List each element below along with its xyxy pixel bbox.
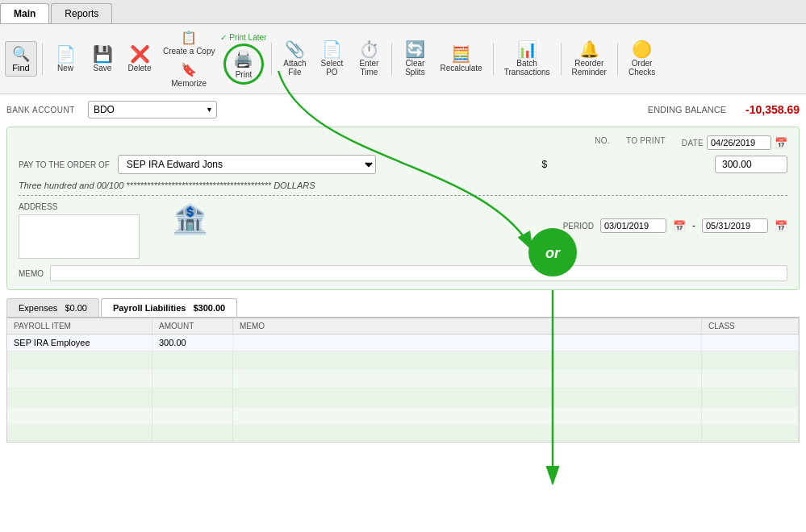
table-empty-row[interactable] (7, 389, 799, 407)
address-box[interactable] (19, 214, 140, 259)
payroll-amount: $300.00 (193, 303, 225, 313)
clear-splits-label: ClearSplits (405, 59, 424, 77)
expenses-amount: $0.00 (65, 303, 87, 313)
bank-building-icon-wrap: 🏦 (156, 202, 224, 236)
recalculate-icon: 🧮 (451, 46, 471, 62)
check-area: NO. TO PRINT DATE 📅 PAY TO THE ORDER OF … (6, 127, 800, 290)
find-label: Find (12, 63, 29, 73)
enter-time-label: EnterTime (359, 59, 378, 77)
save-icon: 💾 (93, 46, 113, 62)
sep4 (493, 43, 494, 75)
batch-transactions-label: BatchTransactions (504, 59, 550, 77)
check-date-input[interactable] (707, 135, 771, 150)
memorize-label: Memorize (171, 79, 207, 88)
bank-building-icon: 🏦 (172, 202, 208, 236)
address-label: ADDRESS (19, 202, 148, 211)
reorder-reminder-button[interactable]: 🔔 ReorderReminder (566, 37, 612, 81)
delete-button[interactable]: ❌ Delete (122, 42, 157, 77)
check-date-calendar-icon[interactable]: 📅 (775, 137, 787, 149)
check-no-label: NO. (595, 136, 610, 145)
memo-row: MEMO (19, 265, 787, 281)
ending-balance-label: ENDING BALANCE (648, 105, 726, 114)
period-end-input[interactable] (702, 218, 768, 233)
cell-memo (233, 335, 702, 351)
address-period-row: ADDRESS 🏦 PERIOD 📅 - 📅 (19, 202, 787, 259)
reorder-reminder-icon: 🔔 (579, 41, 599, 57)
batch-transactions-button[interactable]: 📊 BatchTransactions (499, 37, 556, 81)
check-to-print-label: TO PRINT (626, 136, 666, 145)
select-po-button[interactable]: 📄 SelectPO (314, 37, 349, 81)
tab-bar: Main Reports (0, 0, 806, 24)
enter-time-icon: ⏱️ (359, 41, 379, 57)
dollar-sign: $ (542, 159, 548, 170)
expenses-label: Expenses (19, 303, 57, 313)
new-label: New (57, 64, 73, 73)
memorize-button[interactable]: 🔖 Memorize (159, 60, 219, 90)
period-end-calendar-icon[interactable]: 📅 (775, 220, 787, 232)
table-row[interactable]: SEP IRA Employee 300.00 (7, 335, 799, 351)
pay-to-row: PAY TO THE ORDER OF SEP IRA Edward Jons … (19, 155, 787, 174)
order-checks-label: OrderChecks (629, 59, 655, 77)
order-checks-icon: 🟡 (632, 41, 652, 57)
cell-payroll-item: SEP IRA Employee (7, 335, 152, 351)
pay-to-select[interactable]: SEP IRA Edward Jons (118, 155, 376, 174)
print-button[interactable]: 🖨️ Print (223, 44, 264, 85)
tab-reports[interactable]: Reports (51, 3, 112, 23)
print-later-label: ✓ Print Later (220, 33, 266, 42)
check-no-group: NO. (595, 135, 610, 150)
attach-icon: 📎 (285, 41, 305, 57)
period-start-calendar-icon[interactable]: 📅 (673, 220, 686, 232)
sub-tab-payroll[interactable]: Payroll Liabilities $300.00 (101, 298, 237, 317)
recalculate-button[interactable]: 🧮 Recalculate (434, 42, 487, 77)
memo-input[interactable] (50, 265, 787, 281)
order-checks-button[interactable]: 🟡 OrderChecks (623, 37, 661, 81)
tab-main[interactable]: Main (0, 3, 49, 23)
period-dash: - (692, 220, 695, 231)
sep3 (391, 43, 392, 75)
table-empty-row[interactable] (7, 407, 799, 426)
bank-account-label: BANK ACCOUNT (6, 106, 75, 114)
save-button[interactable]: 💾 Save (85, 42, 120, 77)
table-empty-row[interactable] (7, 370, 799, 389)
select-po-icon: 📄 (322, 41, 342, 57)
save-label: Save (94, 64, 112, 73)
toolbar: 🔍 Find 📄 New 💾 Save ❌ Delete 📋 Create a … (0, 24, 806, 94)
sub-tabs: Expenses $0.00 Payroll Liabilities $300.… (6, 298, 800, 318)
print-icon: 🖨️ (233, 49, 253, 69)
memorize-icon: 🔖 (181, 62, 197, 77)
new-icon: 📄 (56, 46, 76, 62)
sep2 (271, 43, 272, 75)
sub-tab-expenses[interactable]: Expenses $0.00 (6, 298, 99, 317)
table-empty-row[interactable] (7, 426, 799, 443)
check-to-print-group: TO PRINT (626, 135, 666, 150)
find-button[interactable]: 🔍 Find (5, 41, 37, 77)
check-date-group: DATE 📅 (682, 135, 787, 150)
bank-account-row: BANK ACCOUNT BDO ENDING BALANCE -10,358.… (6, 101, 800, 118)
sep6 (617, 43, 618, 75)
period-label: PERIOD (563, 222, 594, 231)
delete-icon: ❌ (130, 46, 150, 62)
period-section: PERIOD 📅 - 📅 (563, 218, 787, 233)
attach-file-button[interactable]: 📎 AttachFile (277, 37, 312, 81)
reorder-reminder-label: ReorderReminder (572, 59, 607, 77)
memo-label: MEMO (19, 269, 44, 278)
address-section: ADDRESS (19, 202, 148, 259)
period-start-input[interactable] (600, 218, 666, 233)
col-payroll-item: PAYROLL ITEM (7, 318, 152, 334)
print-label: Print (236, 70, 253, 79)
col-class: CLASS (702, 318, 799, 334)
find-icon: 🔍 (12, 45, 30, 63)
clear-splits-button[interactable]: 🔄 ClearSplits (397, 37, 432, 81)
cell-amount: 300.00 (152, 335, 233, 351)
check-date-label: DATE (682, 139, 704, 148)
amount-input[interactable] (715, 156, 787, 173)
enter-time-button[interactable]: ⏱️ EnterTime (351, 37, 386, 81)
bank-account-select[interactable]: BDO (88, 101, 217, 118)
check-top-row: NO. TO PRINT DATE 📅 (19, 135, 787, 150)
payroll-label: Payroll Liabilities (113, 303, 186, 313)
table-empty-row[interactable] (7, 351, 799, 370)
clear-splits-icon: 🔄 (405, 41, 425, 57)
new-button[interactable]: 📄 New (48, 42, 83, 77)
create-copy-button[interactable]: 📋 Create a Copy (159, 27, 219, 58)
sep5 (561, 43, 562, 75)
